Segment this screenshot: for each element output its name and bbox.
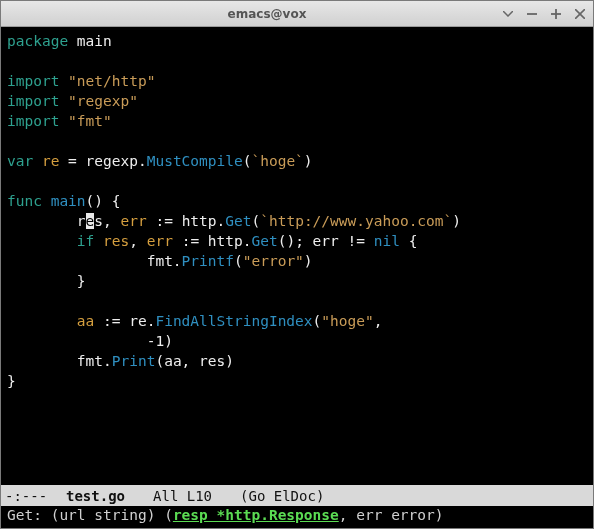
string: "error" [243, 253, 304, 269]
var-name: err [121, 213, 147, 229]
string: "hoge" [321, 313, 373, 329]
code-text: } [7, 273, 86, 289]
titlebar: emacs@vox [1, 1, 593, 27]
func-call: Print [112, 353, 156, 369]
code-text: ) [452, 213, 461, 229]
modeline-state: -:--- [5, 488, 47, 504]
code-text [7, 233, 77, 249]
emacs-window: emacs@vox package main import "net/http"… [0, 0, 594, 529]
window-title: emacs@vox [33, 7, 501, 21]
code-text: := http. [173, 233, 252, 249]
var-name: res [103, 233, 129, 249]
var-name: re [42, 153, 59, 169]
code-text: ) [304, 153, 313, 169]
code-editor[interactable]: package main import "net/http" import "r… [1, 27, 593, 485]
eldoc-current-arg: resp *http.Response [173, 507, 339, 523]
modeline[interactable]: -:--- test.go All L10 (Go ElDoc) [1, 485, 593, 506]
code-text: (aa, res) [155, 353, 234, 369]
close-icon[interactable] [573, 7, 587, 21]
code-text: () { [86, 193, 121, 209]
code-text: (); err != [278, 233, 374, 249]
window-controls [501, 7, 587, 21]
maximize-icon[interactable] [549, 7, 563, 21]
code-text: r [7, 213, 86, 229]
code-text: fmt. [7, 353, 112, 369]
code-text: := re. [94, 313, 155, 329]
buffer-name: test.go [66, 488, 125, 504]
text-cursor: e [86, 213, 95, 229]
string: "regexp" [68, 93, 138, 109]
func-call: MustCompile [147, 153, 243, 169]
var-name: err [147, 233, 173, 249]
keyword: import [7, 113, 68, 129]
code-text: fmt. [7, 253, 182, 269]
func-call: Get [225, 213, 251, 229]
echo-area: Get: (url string) (resp *http.Response, … [1, 506, 593, 528]
code-text: } [7, 373, 16, 389]
code-text: { [400, 233, 417, 249]
func-def: main [51, 193, 86, 209]
eldoc-pre: Get: (url string) ( [7, 507, 173, 523]
string: "net/http" [68, 73, 155, 89]
code-text: ) [304, 253, 313, 269]
code-text: = regexp. [59, 153, 146, 169]
string: `http://www.yahoo.com` [260, 213, 452, 229]
code-text [7, 313, 77, 329]
code-text: ( [313, 313, 322, 329]
keyword: if [77, 233, 103, 249]
eldoc-post: , err error) [339, 507, 444, 523]
code-text: , [129, 233, 146, 249]
nil-literal: nil [374, 233, 400, 249]
string: "fmt" [68, 113, 112, 129]
func-call: FindAllStringIndex [155, 313, 312, 329]
code-text: -1) [7, 333, 173, 349]
code-text: ( [234, 253, 243, 269]
modeline-position: All L10 [153, 488, 212, 504]
code-text: , [374, 313, 383, 329]
string: `hoge` [251, 153, 303, 169]
code-text: := http. [147, 213, 226, 229]
code-text: ( [252, 213, 261, 229]
keyword: import [7, 93, 68, 109]
caret-down-icon[interactable] [501, 7, 515, 21]
package-name: main [77, 33, 112, 49]
var-name: aa [77, 313, 94, 329]
code-text: s, [94, 213, 120, 229]
keyword: package [7, 33, 77, 49]
minimize-icon[interactable] [525, 7, 539, 21]
modeline-mode: (Go ElDoc) [240, 488, 324, 504]
func-call: Printf [182, 253, 234, 269]
func-call: Get [252, 233, 278, 249]
keyword: var [7, 153, 42, 169]
keyword: import [7, 73, 68, 89]
keyword: func [7, 193, 51, 209]
